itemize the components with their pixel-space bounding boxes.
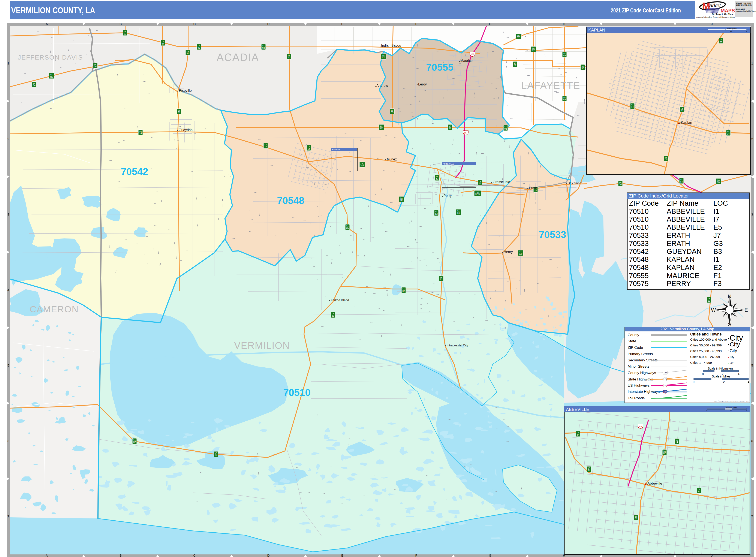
svg-text:380: 380 [50,76,53,78]
svg-text:E: E [745,307,748,313]
svg-text:70533: 70533 [629,239,649,247]
svg-text:F: F [415,554,417,557]
svg-text:ABBEVILLE: ABBEVILLE [443,163,454,165]
svg-text:7: 7 [7,515,9,518]
svg-text:25: 25 [730,30,732,32]
svg-text:Henry: Henry [504,250,513,254]
svg-text:70510: 70510 [283,387,311,398]
svg-text:N: N [728,293,731,299]
svg-text:Cities and Towns: Cities and Towns [690,332,722,336]
svg-text:92: 92 [448,127,451,129]
svg-text:70533: 70533 [539,229,566,240]
svg-text:70542: 70542 [629,247,649,255]
svg-text:LA: LA [134,439,136,441]
svg-text:LA: LA [619,181,621,183]
svg-text:Primary Streets: Primary Streets [628,352,653,356]
svg-text:Intracoastal City: Intracoastal City [447,344,468,347]
svg-text:PERRY: PERRY [667,280,691,288]
svg-text:LA: LA [288,54,290,56]
svg-text:ABBEVILLE: ABBEVILLE [667,223,705,231]
svg-text:7: 7 [751,515,753,518]
svg-text:14: 14 [33,84,35,87]
svg-text:LA: LA [162,41,164,42]
svg-text:3267: 3267 [475,193,480,195]
svg-text:LA: LA [708,298,710,300]
svg-text:LA: LA [186,50,189,52]
svg-text:Forked Island: Forked Island [331,298,349,302]
svg-text:14: 14 [588,469,590,471]
svg-text:F3: F3 [714,280,722,288]
svg-text:GUEYDAN: GUEYDAN [667,247,702,255]
svg-text:I1: I1 [714,207,719,215]
svg-text:ZIP Name: ZIP Name [667,199,698,207]
svg-text:35: 35 [680,109,683,112]
svg-text:LA: LA [727,131,729,133]
svg-text:Cities 25,000 - 49,999: Cities 25,000 - 49,999 [690,349,722,353]
svg-text:343: 343 [360,164,364,167]
svg-text:ERATH: ERATH [667,239,690,247]
svg-text:2: 2 [751,137,753,141]
svg-text:LA: LA [440,276,442,278]
svg-text:13: 13 [308,148,310,150]
svg-text:123: 123 [664,372,667,374]
svg-text:LA: LA [262,45,265,47]
svg-text:0: 0 [707,30,708,32]
svg-text:State Highways: State Highways [628,377,653,381]
svg-text:LA: LA [94,63,96,65]
svg-text:LA: LA [517,34,520,36]
svg-text:Delcambre: Delcambre [568,181,582,185]
svg-text:70575: 70575 [629,280,649,288]
svg-text:1: 1 [751,61,753,65]
svg-text:5: 5 [746,30,747,32]
svg-text:LA: LA [582,65,584,67]
svg-text:92: 92 [262,47,265,49]
svg-text:330: 330 [457,212,460,214]
svg-text:LA: LA [514,62,516,64]
svg-text:KAPLAN: KAPLAN [667,255,695,263]
svg-text:LA: LA [265,144,267,145]
svg-text:EMAIL US AT:: EMAIL US AT: [736,8,745,10]
svg-text:6: 6 [7,439,9,443]
svg-text:Abbeville: Abbeville [647,481,662,486]
svg-text:LA: LA [664,450,666,452]
svg-text:89: 89 [563,54,566,57]
svg-text:92: 92 [581,67,584,69]
svg-text:343: 343 [400,199,403,201]
svg-text:A: A [46,22,48,26]
svg-text:330: 330 [519,253,523,255]
svg-text:JEFFERSON DAVIS: JEFFERSON DAVIS [18,54,83,61]
svg-text:ZIP Code: ZIP Code [628,346,643,350]
svg-text:339: 339 [532,49,535,51]
svg-text:14: 14 [577,434,579,436]
svg-text:733: 733 [517,36,520,38]
svg-text:I7: I7 [714,215,719,223]
svg-text:2: 2 [723,380,725,384]
svg-text:LA: LA [435,211,437,213]
svg-text:6: 6 [751,439,753,443]
svg-text:Scale in Miles: Scale in Miles [712,375,730,378]
svg-text:E5: E5 [714,223,722,231]
svg-text:I1: I1 [714,255,719,263]
svg-text:35: 35 [331,315,334,317]
svg-text:1: 1 [7,61,9,65]
svg-text:KAPLAN: KAPLAN [588,28,605,32]
svg-text:Indian Bayou: Indian Bayou [381,44,401,47]
svg-text:92: 92 [504,128,507,130]
svg-text:70548: 70548 [277,195,304,206]
svg-text:B: B [120,554,122,557]
svg-text:County: County [628,333,639,337]
svg-text:B: B [120,22,122,26]
svg-text:Andrew: Andrew [376,84,388,87]
svg-text:E: E [341,22,343,26]
svg-text:82: 82 [402,290,405,292]
svg-text:92: 92 [124,33,126,35]
svg-text:82: 82 [663,452,666,455]
svg-text:Leroy: Leroy [418,83,427,86]
svg-text:MAURICE: MAURICE [667,272,699,280]
svg-text:LA: LA [665,156,667,158]
svg-text:mapsales@MarketMAPS.com: mapsales@MarketMAPS.com [736,10,756,12]
svg-text:LA: LA [332,313,334,315]
svg-text:1-888-434-MAPS (6277): 1-888-434-MAPS (6277) [736,4,752,6]
svg-text:Scale in Kilometers: Scale in Kilometers [708,367,733,370]
svg-text:S: S [728,322,731,327]
